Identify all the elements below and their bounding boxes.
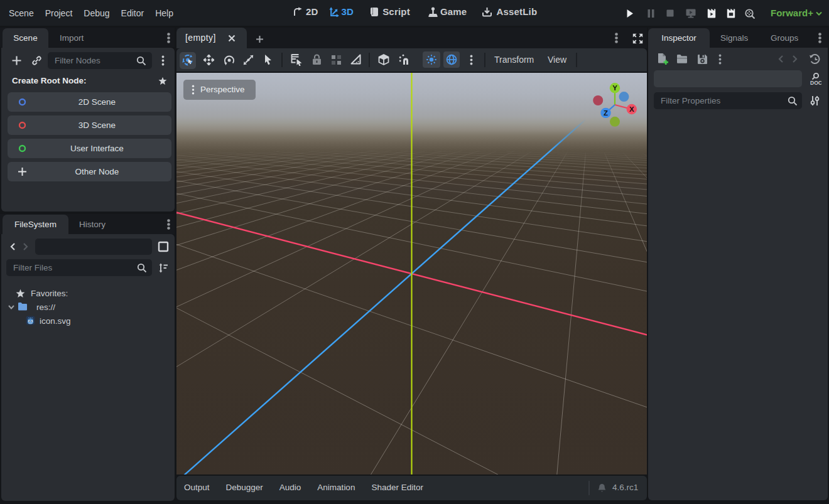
svg-text:Z: Z xyxy=(604,109,608,117)
svg-text:DOC: DOC xyxy=(810,80,821,86)
svg-text:Y: Y xyxy=(612,84,617,92)
svg-text:X: X xyxy=(629,105,634,113)
